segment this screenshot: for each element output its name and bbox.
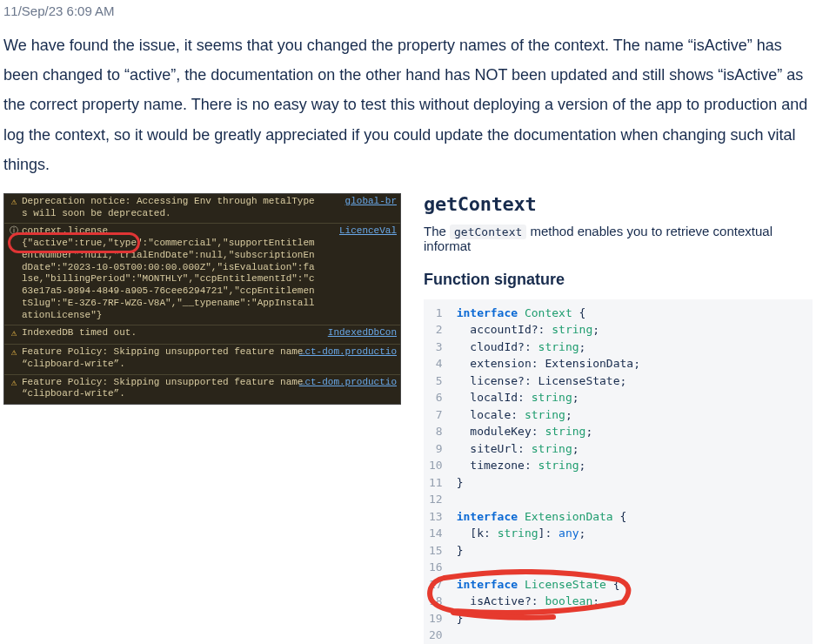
line-number: 7 <box>429 406 443 424</box>
docs-sig-heading: Function signature <box>424 271 813 289</box>
console-row: ⚠Deprecation notice: Accessing Env throu… <box>4 194 400 224</box>
line-number: 17 <box>429 576 443 594</box>
line-number: 19 <box>429 610 443 627</box>
code-content: interface Context { accountId?: string; … <box>450 299 813 644</box>
console-row: ⓘcontext.license{"active":true,"type":"c… <box>4 223 400 325</box>
docs-paragraph: The getContext method enables you to ret… <box>424 224 813 253</box>
line-number: 20 <box>429 627 443 644</box>
docs-screenshot: getContext The getContext method enables… <box>424 193 813 644</box>
comment-body: We have found the issue, it seems that y… <box>3 30 813 179</box>
console-message: context.license{"active":true,"type":"co… <box>22 225 397 321</box>
console-row: ⚠Feature Policy: Skipping unsupported fe… <box>4 344 400 374</box>
warning-icon: ⚠ <box>8 347 20 359</box>
line-number: 8 <box>429 423 443 440</box>
console-json: {"active":true,"type":"commercial","supp… <box>22 238 318 321</box>
attachments-row: ⚠Deprecation notice: Accessing Env throu… <box>3 193 813 644</box>
line-number: 1 <box>429 305 443 322</box>
console-panel: ⚠Deprecation notice: Accessing Env throu… <box>3 193 401 405</box>
line-number: 13 <box>429 508 443 526</box>
line-number: 11 <box>429 474 443 492</box>
console-message: Deprecation notice: Accessing Env throug… <box>22 196 397 220</box>
line-number: 3 <box>429 339 443 356</box>
docs-para-before: The <box>424 224 450 238</box>
comment-timestamp: 11/Sep/23 6:09 AM <box>3 3 813 18</box>
console-source-link[interactable]: IndexedDbCon <box>328 327 397 339</box>
console-source-link[interactable]: global-br <box>345 196 397 208</box>
code-gutter: 1234567891011121314151617181920 <box>424 299 450 644</box>
line-number: 2 <box>429 321 443 339</box>
line-number: 18 <box>429 593 443 610</box>
code-block: 1234567891011121314151617181920 interfac… <box>424 299 813 644</box>
console-source-link[interactable]: LicenceVal <box>339 225 397 238</box>
info-icon: ⓘ <box>8 226 20 238</box>
warning-icon: ⚠ <box>8 328 20 340</box>
line-number: 5 <box>429 372 443 390</box>
warning-icon: ⚠ <box>8 197 20 209</box>
line-number: 16 <box>429 559 443 576</box>
docs-heading: getContext <box>424 193 813 215</box>
console-screenshot: ⚠Deprecation notice: Accessing Env throu… <box>3 193 401 405</box>
console-source-link[interactable]: …ct-dom.productio <box>299 377 397 389</box>
line-number: 4 <box>429 355 443 372</box>
warning-icon: ⚠ <box>8 378 20 390</box>
line-number: 6 <box>429 389 443 406</box>
line-number: 15 <box>429 542 443 560</box>
docs-para-code: getContext <box>450 225 526 239</box>
console-row: ⚠Feature Policy: Skipping unsupported fe… <box>4 374 400 405</box>
console-source-link[interactable]: …ct-dom.productio <box>299 346 397 359</box>
line-number: 12 <box>429 491 443 508</box>
console-row: ⚠IndexedDB timed out.IndexedDbCon <box>4 325 400 344</box>
console-log-label: context.license <box>22 225 318 238</box>
line-number: 10 <box>429 457 443 474</box>
line-number: 14 <box>429 525 443 542</box>
line-number: 9 <box>429 440 443 458</box>
